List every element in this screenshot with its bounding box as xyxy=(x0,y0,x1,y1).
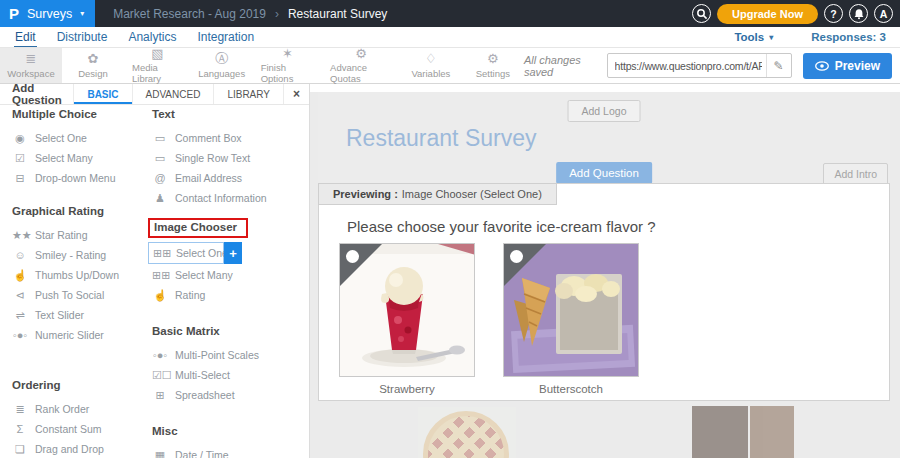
eye-icon xyxy=(815,61,829,71)
qtype-text-comment-box[interactable]: ▭Comment Box xyxy=(145,128,310,148)
section-heading-image-chooser: Image Chooser xyxy=(148,218,248,238)
toolbar-item-finish-options[interactable]: ✶Finish Options xyxy=(253,48,322,83)
topbar-actions: Upgrade Now ? A xyxy=(692,4,900,24)
qtype-label: Select Many xyxy=(35,152,93,164)
menu-tab-distribute[interactable]: Distribute xyxy=(56,28,109,46)
panel-tab-advanced[interactable]: ADVANCED xyxy=(132,84,214,104)
image-option-strawberry: Strawberry xyxy=(339,243,475,395)
breadcrumb-folder[interactable]: Market Research - Aug 2019 xyxy=(113,7,266,21)
date-time-icon: ▦ xyxy=(152,449,168,458)
bell-icon xyxy=(853,8,865,20)
qtype-image-chooser-select-many[interactable]: ⊞⊞Select Many xyxy=(145,265,310,285)
qtype-text-contact-information[interactable]: ♟Contact Information xyxy=(145,188,310,208)
qtype-basic-matrix-multi-select[interactable]: ☑☐Multi-Select xyxy=(145,365,310,385)
advance-quotas-icon: ⚙ xyxy=(355,47,367,61)
qtype-multiple-choice-select-many[interactable]: ☑Select Many xyxy=(0,148,145,168)
qtype-graphical-rating-smiley-rating[interactable]: ☺Smiley - Rating xyxy=(0,245,145,265)
qtype-label: Select One xyxy=(176,247,228,259)
qtype-text-email-address[interactable]: @Email Address xyxy=(145,168,310,188)
toolbar-item-design[interactable]: ✿Design xyxy=(62,48,124,83)
help-button[interactable]: ? xyxy=(824,4,843,23)
breadcrumb-survey[interactable]: Restaurant Survey xyxy=(288,7,387,21)
panel-header: Add Question BASICADVANCEDLIBRARY × xyxy=(0,84,309,105)
qtype-graphical-rating-star-rating[interactable]: ★★Star Rating xyxy=(0,225,145,245)
section-ordering: Ordering≣Rank OrderΣConstant Sum❏Drag an… xyxy=(0,379,145,458)
save-status: All changes saved xyxy=(524,54,596,78)
upgrade-now-button[interactable]: Upgrade Now xyxy=(717,4,818,24)
toolbar-item-advance-quotas[interactable]: ⚙Advance Quotas xyxy=(322,48,400,83)
multi-point-scales-icon: ◦●◦ xyxy=(152,349,168,361)
option-image-butterscotch[interactable] xyxy=(503,243,639,377)
qtype-multiple-choice-drop-down-menu[interactable]: ⊟Drop-down Menu xyxy=(0,168,145,188)
responses-count[interactable]: Responses: 3 xyxy=(811,31,886,43)
search-button[interactable] xyxy=(692,4,711,23)
design-palette-icon: ✿ xyxy=(88,52,99,66)
qtype-basic-matrix-spreadsheet[interactable]: ⊞Spreadsheet xyxy=(145,385,310,405)
qtype-ordering-rank-order[interactable]: ≣Rank Order xyxy=(0,399,145,419)
qtype-text-single-row-text[interactable]: ▭Single Row Text xyxy=(145,148,310,168)
chevron-down-icon: ▾ xyxy=(80,9,84,18)
toolbar-items: ≣Workspace✿Design▧Media LibraryⒶLanguage… xyxy=(0,48,524,83)
image-select-many-icon: ⊞⊞ xyxy=(152,269,168,282)
qtype-ordering-constant-sum[interactable]: ΣConstant Sum xyxy=(0,419,145,439)
panel-tab-library[interactable]: LIBRARY xyxy=(213,84,283,104)
qtype-graphical-rating-push-to-social[interactable]: ⊲Push To Social xyxy=(0,285,145,305)
qtype-image-chooser-rating[interactable]: ☝Rating xyxy=(145,285,310,305)
surveys-menu[interactable]: P Surveys ▾ xyxy=(0,0,95,27)
numeric-slider-icon: ◦●◦ xyxy=(12,329,28,341)
add-intro-button[interactable]: Add Intro xyxy=(823,163,888,185)
qtype-misc-date-time[interactable]: ▦Date / Time xyxy=(145,445,310,458)
comment-box-icon: ▭ xyxy=(152,132,168,145)
image-rating-icon: ☝ xyxy=(152,289,168,302)
notifications-button[interactable] xyxy=(849,4,868,23)
section-heading-text: Text xyxy=(145,108,310,124)
survey-title[interactable]: Restaurant Survey xyxy=(346,125,536,152)
toolbar-item-workspace[interactable]: ≣Workspace xyxy=(0,48,62,83)
qtype-graphical-rating-thumbs-up-down[interactable]: ☝Thumbs Up/Down xyxy=(0,265,145,285)
menubar-right: Tools ▾ Responses: 3 xyxy=(734,31,886,43)
toolbar-item-label: Finish Options xyxy=(261,62,314,84)
menu-tab-integration[interactable]: Integration xyxy=(196,28,255,46)
option-image-strawberry[interactable] xyxy=(339,243,475,377)
toolbar-item-variables[interactable]: ♢Variables xyxy=(400,48,462,83)
qtype-label: Multi-Select xyxy=(175,369,230,381)
add-logo-button[interactable]: Add Logo xyxy=(568,100,641,122)
add-question-type-button[interactable]: + xyxy=(224,242,242,264)
question-preview-card: Previewing : Image Chooser (Select One) … xyxy=(318,183,890,401)
menu-tab-analytics[interactable]: Analytics xyxy=(127,28,177,46)
checkbox-list-icon: ☑ xyxy=(12,152,28,165)
preview-button[interactable]: Preview xyxy=(803,53,892,79)
radio-indicator-icon xyxy=(510,250,523,263)
survey-url-input[interactable] xyxy=(608,60,766,72)
qtype-label: Spreadsheet xyxy=(175,389,235,401)
close-panel-button[interactable]: × xyxy=(283,84,309,104)
tools-menu[interactable]: Tools ▾ xyxy=(734,31,773,43)
toolbar-item-languages[interactable]: ⒶLanguages xyxy=(191,48,253,83)
qtype-label: Numeric Slider xyxy=(35,329,104,341)
cake-slice-light xyxy=(750,406,794,458)
toolbar-item-settings[interactable]: ⚙Settings xyxy=(462,48,524,83)
panel-tab-basic[interactable]: BASIC xyxy=(73,84,131,104)
qtype-image-chooser-select-one[interactable]: ⊞⊞Select One xyxy=(148,242,224,264)
qtype-graphical-rating-numeric-slider[interactable]: ◦●◦Numeric Slider xyxy=(0,325,145,345)
qtype-label: Select Many xyxy=(175,269,233,281)
toolbar-item-label: Workspace xyxy=(7,68,54,79)
settings-gear-icon: ⚙ xyxy=(487,52,499,66)
add-question-button[interactable]: Add Question xyxy=(556,162,652,184)
qtype-label: Star Rating xyxy=(35,229,88,241)
qtype-graphical-rating-text-slider[interactable]: ⇌Text Slider xyxy=(0,305,145,325)
next-question-image-cake xyxy=(692,406,796,458)
toolbar-item-media-library[interactable]: ▧Media Library xyxy=(124,48,191,83)
contact-info-icon: ♟ xyxy=(152,192,168,205)
edit-url-button[interactable]: ✎ xyxy=(766,54,791,77)
add-question-panel: Add Question BASICADVANCEDLIBRARY × Mult… xyxy=(0,84,310,458)
toolbar-item-label: Variables xyxy=(411,68,450,79)
menu-tab-edit[interactable]: Edit xyxy=(14,28,37,47)
account-button[interactable]: A xyxy=(874,4,893,23)
toolbar-right: All changes saved ✎ Preview xyxy=(524,48,900,83)
constant-sum-icon: Σ xyxy=(12,423,28,435)
previewing-tab: Previewing : Image Chooser (Select One) xyxy=(318,183,557,205)
qtype-ordering-drag-and-drop[interactable]: ❏Drag and Drop xyxy=(0,439,145,458)
qtype-basic-matrix-multi-point-scales[interactable]: ◦●◦Multi-Point Scales xyxy=(145,345,310,365)
qtype-multiple-choice-select-one[interactable]: ◉Select One xyxy=(0,128,145,148)
